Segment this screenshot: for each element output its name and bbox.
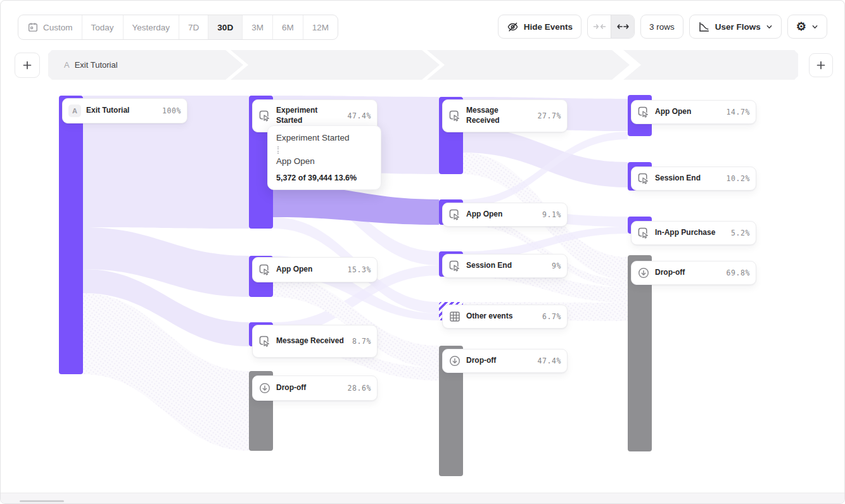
drop-off-icon <box>258 382 271 394</box>
event-icon <box>448 110 461 122</box>
event-icon <box>637 172 650 185</box>
node-drop-off-4[interactable]: Drop-off 69.8% <box>631 261 756 285</box>
step-header-label: A Exit Tutorial <box>64 50 118 80</box>
bar-exit-tutorial[interactable] <box>59 96 83 374</box>
node-message-received-2[interactable]: Message Received 8.7% <box>252 325 378 358</box>
event-icon <box>258 263 271 276</box>
tooltip-connector <box>277 146 279 154</box>
event-icon <box>448 208 461 221</box>
drop-off-icon <box>637 267 650 279</box>
node-message-received-3[interactable]: Message Received 27.7% <box>442 99 568 132</box>
user-flows-app: Custom Today Yesterday 7D 30D 3M 6M 12M … <box>0 0 845 504</box>
event-icon <box>258 110 271 122</box>
event-icon <box>637 227 650 239</box>
node-in-app-purchase-4[interactable]: In-App Purchase 5.2% <box>631 221 756 245</box>
flow-ribbons <box>1 1 844 503</box>
event-icon <box>637 106 650 118</box>
tooltip-stat: 5,372 of 39,444 13.6% <box>276 173 372 182</box>
node-session-end-4[interactable]: Session End 10.2% <box>631 167 756 191</box>
drop-off-icon <box>448 355 461 367</box>
node-drop-off-3[interactable]: Drop-off 47.4% <box>442 349 568 373</box>
event-icon <box>258 335 271 348</box>
node-app-open-3[interactable]: App Open 9.1% <box>442 203 568 227</box>
node-drop-off-2[interactable]: Drop-off 28.6% <box>252 375 378 401</box>
flow-tooltip: Experiment Started App Open 5,372 of 39,… <box>267 125 381 190</box>
tooltip-source: Experiment Started <box>276 133 372 144</box>
step-letter: A <box>64 60 70 70</box>
event-icon <box>448 260 461 272</box>
tooltip-target: App Open <box>276 156 372 167</box>
step-a-badge: A <box>68 104 81 117</box>
node-session-end-3[interactable]: Session End 9% <box>442 254 568 278</box>
other-events-icon <box>448 310 461 323</box>
flow-experiment-to-appopen-highlighted[interactable] <box>273 184 439 225</box>
node-exit-tutorial[interactable]: A Exit Tutorial 100% <box>62 98 187 123</box>
bottom-scroll-track <box>1 493 844 504</box>
node-other-events-3[interactable]: Other events 6.7% <box>442 305 568 329</box>
node-app-open-4[interactable]: App Open 14.7% <box>631 100 756 124</box>
node-app-open-2[interactable]: App Open 15.3% <box>252 257 378 282</box>
horizontal-scrollbar-thumb[interactable] <box>20 500 64 502</box>
step-name: Exit Tutorial <box>75 60 118 70</box>
